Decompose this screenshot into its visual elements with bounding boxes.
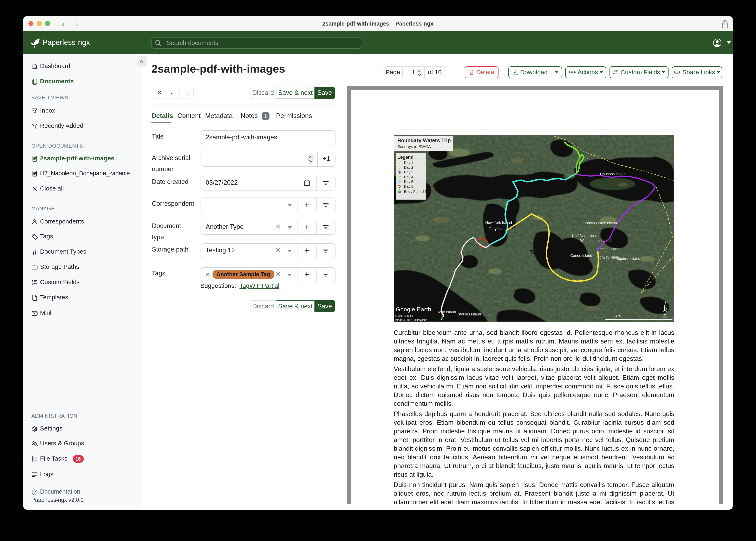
svg-text:Google Earth: Google Earth bbox=[396, 306, 431, 312]
svg-text:Six days in BWCA: Six days in BWCA bbox=[397, 144, 431, 149]
svg-text:New York Island: New York Island bbox=[485, 221, 512, 225]
svg-text:Image © 2017 DigitalGlobe: Image © 2017 DigitalGlobe bbox=[395, 318, 427, 321]
svg-text:Indian Grave Island: Indian Grave Island bbox=[585, 221, 617, 225]
svg-text:3 mi: 3 mi bbox=[615, 314, 621, 318]
svg-text:Lincoln Island: Lincoln Island bbox=[597, 247, 619, 251]
svg-text:Canoe Island: Canoe Island bbox=[570, 254, 592, 258]
svg-text:Day 4: Day 4 bbox=[404, 175, 413, 179]
svg-text:N: N bbox=[663, 313, 667, 318]
svg-text:Day 5: Day 5 bbox=[404, 180, 413, 184]
svg-text:Day 6: Day 6 bbox=[404, 184, 413, 189]
svg-text:Gary Island: Gary Island bbox=[489, 227, 508, 231]
svg-text:Entry Point 24: Entry Point 24 bbox=[404, 190, 426, 194]
svg-text:Charlies Island: Charlies Island bbox=[456, 312, 481, 316]
svg-text:Mile Island: Mile Island bbox=[438, 310, 456, 314]
svg-text:Washington Island: Washington Island bbox=[580, 239, 611, 243]
svg-text:Boundary Waters Trip: Boundary Waters Trip bbox=[397, 138, 451, 143]
svg-text:Hausons Island: Hausons Island bbox=[600, 172, 626, 176]
svg-text:Squirrel Island: Squirrel Island bbox=[617, 257, 640, 261]
svg-text:Day 3: Day 3 bbox=[404, 170, 413, 174]
svg-text:Text: Text bbox=[530, 249, 541, 256]
svg-text:Day 1: Day 1 bbox=[404, 161, 413, 165]
svg-text:© 2017 Google: © 2017 Google bbox=[395, 314, 413, 317]
svg-text:Day 2: Day 2 bbox=[404, 165, 413, 170]
svg-text:Legend: Legend bbox=[397, 155, 413, 160]
svg-text:Half Dog Island: Half Dog Island bbox=[572, 234, 597, 238]
